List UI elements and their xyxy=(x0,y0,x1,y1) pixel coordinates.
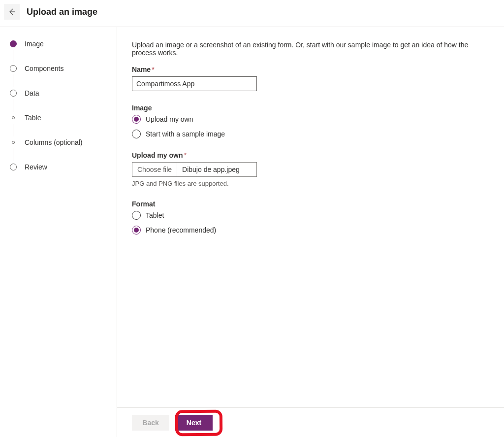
next-button[interactable]: Next xyxy=(175,415,213,431)
radio-upload-own[interactable]: Upload my own xyxy=(132,115,489,124)
radio-sample-image[interactable]: Start with a sample image xyxy=(132,130,489,138)
back-button[interactable]: Back xyxy=(132,415,169,431)
step-components[interactable]: Components xyxy=(10,65,117,72)
radio-icon xyxy=(132,211,141,220)
step-connector xyxy=(13,50,13,63)
step-table[interactable]: Table xyxy=(10,114,117,122)
step-data[interactable]: Data xyxy=(10,89,117,97)
radio-icon xyxy=(132,115,141,124)
required-marker: * xyxy=(152,66,154,73)
step-label: Components xyxy=(25,65,63,72)
step-marker-icon xyxy=(10,164,17,170)
image-section: Image Upload my own Start with a sample … xyxy=(132,104,489,138)
step-columns[interactable]: Columns (optional) xyxy=(10,138,117,146)
radio-label: Tablet xyxy=(146,211,164,219)
name-section: Name* xyxy=(132,66,489,91)
main-panel: Upload an image or a screenshot of an ex… xyxy=(117,27,504,437)
radio-tablet[interactable]: Tablet xyxy=(132,211,489,220)
image-label: Image xyxy=(132,104,489,112)
format-section: Format Tablet Phone (recommended) xyxy=(132,200,489,235)
back-icon-button[interactable] xyxy=(4,4,20,20)
choose-file-button[interactable]: Choose file xyxy=(132,163,177,176)
step-marker-icon xyxy=(10,65,17,72)
step-label: Columns (optional) xyxy=(25,138,83,146)
radio-icon xyxy=(132,226,141,235)
step-label: Review xyxy=(25,163,47,171)
wizard-footer: Back Next xyxy=(117,407,504,437)
radio-icon xyxy=(132,130,141,138)
name-label-text: Name xyxy=(132,66,151,73)
wizard-steps: Image Components Data Table Columns (opt… xyxy=(0,27,117,437)
required-marker: * xyxy=(184,151,186,159)
step-marker-icon xyxy=(10,40,17,47)
step-image[interactable]: Image xyxy=(10,40,117,48)
step-marker-icon xyxy=(10,90,17,97)
radio-label: Phone (recommended) xyxy=(146,226,216,234)
step-connector xyxy=(13,99,13,112)
step-label: Data xyxy=(25,89,39,97)
step-connector xyxy=(13,148,13,161)
radio-phone[interactable]: Phone (recommended) xyxy=(132,226,489,235)
page-title: Upload an image xyxy=(27,7,97,17)
page-header: Upload an image xyxy=(0,0,504,27)
radio-label: Upload my own xyxy=(146,115,193,123)
step-label: Table xyxy=(25,114,41,122)
upload-helper-text: JPG and PNG files are supported. xyxy=(132,180,489,187)
upload-label: Upload my own* xyxy=(132,151,489,159)
file-picker[interactable]: Choose file Dibujo de app.jpeg xyxy=(132,162,257,177)
intro-text: Upload an image or a screenshot of an ex… xyxy=(132,41,489,57)
name-label: Name* xyxy=(132,66,489,73)
format-label: Format xyxy=(132,200,489,208)
step-connector xyxy=(13,124,13,136)
step-review[interactable]: Review xyxy=(10,163,117,171)
form-content: Upload an image or a screenshot of an ex… xyxy=(117,27,504,407)
arrow-left-icon xyxy=(8,8,16,16)
upload-section: Upload my own* Choose file Dibujo de app… xyxy=(132,151,489,187)
name-input[interactable] xyxy=(132,76,257,91)
radio-label: Start with a sample image xyxy=(146,130,225,138)
step-marker-icon xyxy=(12,116,15,119)
upload-label-text: Upload my own xyxy=(132,151,183,159)
step-connector xyxy=(13,74,13,87)
step-marker-icon xyxy=(12,141,15,144)
selected-file-name: Dibujo de app.jpeg xyxy=(177,163,245,176)
step-label: Image xyxy=(25,40,44,48)
page-body: Image Components Data Table Columns (opt… xyxy=(0,27,504,437)
